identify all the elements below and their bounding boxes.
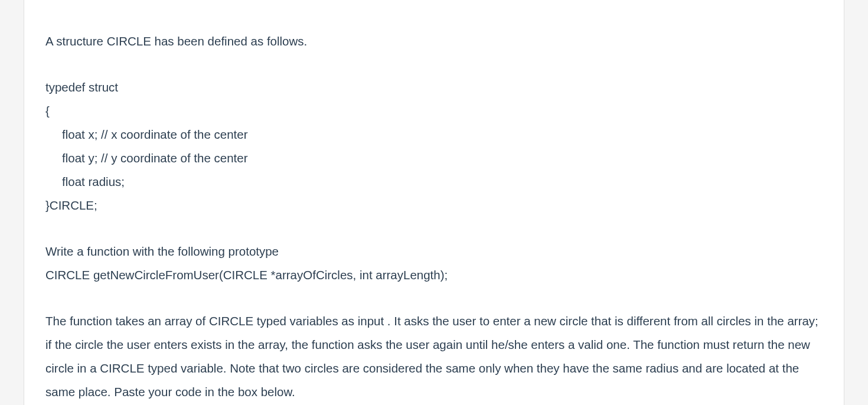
- code-line-float-radius: float radius;: [45, 170, 823, 194]
- code-line-float-y: float y; // y coordinate of the center: [45, 146, 823, 170]
- question-container: A structure CIRCLE has been defined as f…: [24, 0, 844, 405]
- question-content: A structure CIRCLE has been defined as f…: [45, 30, 823, 404]
- question-intro: A structure CIRCLE has been defined as f…: [45, 30, 823, 53]
- code-block: typedef struct { float x; // x coordinat…: [45, 76, 823, 217]
- code-line-float-x: float x; // x coordinate of the center: [45, 123, 823, 146]
- question-description: The function takes an array of CIRCLE ty…: [45, 309, 823, 404]
- code-line-typedef: typedef struct: [45, 76, 823, 99]
- prototype-intro: Write a function with the following prot…: [45, 240, 823, 263]
- prototype-signature: CIRCLE getNewCircleFromUser(CIRCLE *arra…: [45, 263, 823, 287]
- code-line-close-brace: }CIRCLE;: [45, 194, 823, 217]
- code-line-open-brace: {: [45, 99, 823, 123]
- prototype-section: Write a function with the following prot…: [45, 240, 823, 287]
